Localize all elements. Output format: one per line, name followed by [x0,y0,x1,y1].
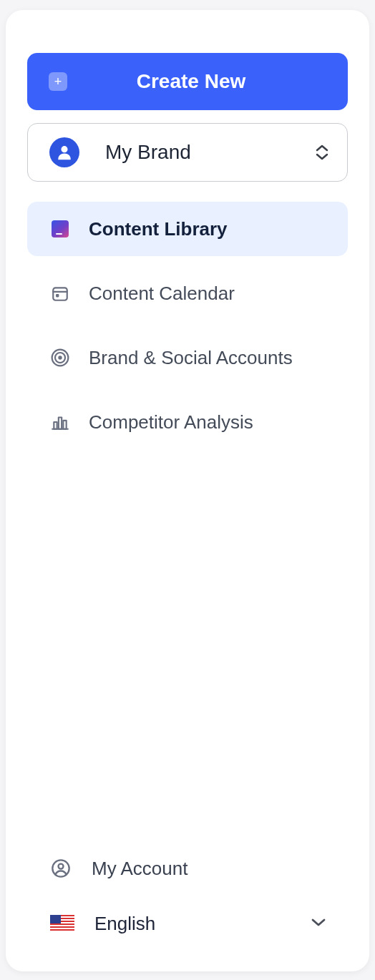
nav-item-content-library[interactable]: Content Library [27,202,348,256]
brand-selector-label: My Brand [79,141,316,164]
language-label: English [74,913,311,935]
svg-rect-8 [63,421,66,429]
svg-rect-1 [53,288,67,300]
svg-rect-7 [59,418,62,429]
my-account-button[interactable]: My Account [27,846,348,891]
bar-chart-icon [50,412,70,432]
svg-point-10 [59,864,64,869]
nav-item-label: Content Calendar [70,283,235,305]
my-account-label: My Account [72,858,188,880]
plus-icon: + [49,72,67,91]
nav-item-label: Competitor Analysis [70,411,253,433]
svg-rect-2 [56,294,59,297]
nav-list: Content Library Content Calendar Bra [27,202,348,449]
nav-item-content-calendar[interactable]: Content Calendar [27,266,348,320]
sidebar: + Create New My Brand Content Library [6,10,369,971]
calendar-icon [50,283,70,303]
create-new-button[interactable]: + Create New [27,53,348,110]
user-avatar-icon [49,137,79,167]
content-library-icon [50,219,70,239]
language-selector[interactable]: English [27,901,348,946]
nav-item-competitor-analysis[interactable]: Competitor Analysis [27,395,348,449]
create-new-label: Create New [67,70,348,93]
nav-item-label: Content Library [70,218,228,240]
chevron-down-icon [311,917,326,930]
broadcast-icon [50,348,70,368]
account-icon [50,858,72,879]
us-flag-icon [50,915,74,932]
svg-point-3 [58,356,62,359]
sidebar-footer: My Account English [27,846,348,950]
svg-rect-6 [54,422,57,429]
nav-item-label: Brand & Social Accounts [70,347,293,369]
svg-point-0 [61,146,67,152]
nav-item-brand-social-accounts[interactable]: Brand & Social Accounts [27,330,348,385]
brand-selector[interactable]: My Brand [27,123,348,182]
chevron-up-down-icon [316,144,328,160]
